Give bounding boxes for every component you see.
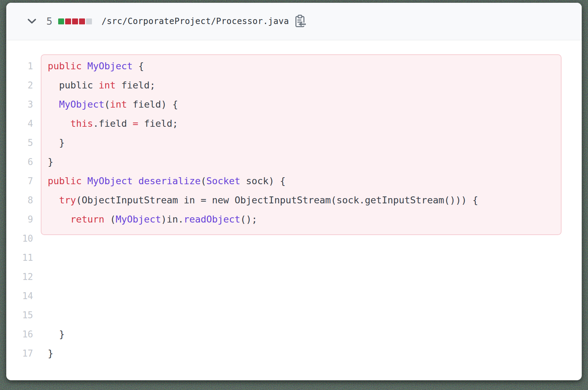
file-header: 5 /src/CorporateProject/Processor.java	[6, 3, 582, 40]
code-panel: 1public MyObject {2 public int field;3 M…	[6, 40, 582, 363]
finding-count: 5	[46, 15, 52, 27]
token-plain: field) {	[127, 99, 178, 110]
token-purple: deserialize	[138, 176, 201, 186]
token-red: try	[59, 195, 76, 205]
code-line: 16 }	[6, 325, 582, 344]
severity-square-red	[65, 18, 71, 24]
code-text: }	[33, 329, 65, 340]
code-lines: 1public MyObject {2 public int field;3 M…	[6, 40, 582, 363]
token-plain: }	[48, 156, 53, 167]
code-line: 8 try(ObjectInputStream in = new ObjectI…	[6, 190, 582, 210]
token-purple: MyObject	[87, 176, 133, 186]
code-text: public MyObject {	[33, 61, 144, 71]
code-line: 14	[6, 286, 582, 305]
code-line: 10	[6, 229, 582, 248]
token-plain: }	[48, 137, 65, 148]
token-plain: sock) {	[240, 176, 286, 186]
token-plain: field;	[116, 80, 155, 91]
code-text: try(ObjectInputStream in = new ObjectInp…	[33, 195, 478, 205]
token-plain	[133, 176, 138, 186]
token-plain	[82, 176, 87, 186]
line-number: 6	[6, 157, 33, 167]
code-line: 2 public int field;	[6, 76, 582, 95]
code-text: this.field = field;	[33, 118, 178, 129]
token-plain	[82, 61, 87, 71]
token-red: int	[110, 99, 127, 110]
token-purple: MyObject	[59, 99, 105, 110]
line-number: 17	[6, 348, 33, 359]
severity-square-green	[58, 18, 64, 24]
token-plain: field;	[138, 118, 178, 129]
token-plain: {	[133, 61, 144, 71]
token-plain: (	[201, 176, 206, 186]
severity-square-red	[79, 18, 85, 24]
line-number: 16	[6, 329, 33, 340]
code-line: 5 }	[6, 133, 582, 152]
line-number: 15	[6, 310, 33, 320]
token-purple: MyObject	[116, 214, 161, 225]
token-plain	[48, 195, 59, 205]
token-plain: .field	[93, 118, 133, 129]
code-text: MyObject(int field) {	[33, 99, 178, 110]
token-plain: public	[48, 80, 99, 91]
token-plain: }	[48, 329, 65, 340]
clipboard-paste-icon	[295, 15, 306, 28]
token-plain: (	[105, 214, 116, 225]
code-text: }	[33, 137, 65, 148]
line-number: 2	[6, 80, 33, 91]
token-red: this	[70, 118, 93, 129]
token-red: public	[48, 61, 82, 71]
code-line: 15	[6, 305, 582, 325]
severity-indicator	[58, 18, 92, 24]
code-line: 11	[6, 248, 582, 267]
code-text: public MyObject deserialize(Socket sock)…	[33, 176, 286, 186]
code-line: 6}	[6, 152, 582, 171]
code-line: 1public MyObject {	[6, 56, 582, 76]
code-text: return (MyObject)in.readObject();	[33, 214, 257, 225]
line-number: 9	[6, 214, 33, 225]
token-plain	[48, 214, 70, 225]
token-plain: ();	[240, 214, 257, 225]
code-text: }	[33, 348, 53, 359]
code-text: }	[33, 156, 53, 167]
code-text: public int field;	[33, 80, 155, 91]
copy-path-button[interactable]	[294, 14, 307, 29]
code-line: 3 MyObject(int field) {	[6, 95, 582, 114]
chevron-down-icon	[27, 18, 37, 24]
token-red: int	[99, 80, 116, 91]
token-red: public	[48, 176, 82, 186]
line-number: 11	[6, 252, 33, 263]
file-path: /src/CorporateProject/Processor.java	[101, 16, 289, 26]
token-plain: )in.	[161, 214, 184, 225]
collapse-button[interactable]	[26, 17, 38, 25]
token-plain: (ObjectInputStream in = new ObjectInputS…	[76, 195, 478, 205]
code-viewer-window: 5 /src/CorporateProject/Processor.java 1…	[6, 3, 582, 380]
token-plain	[48, 99, 59, 110]
severity-square-red	[72, 18, 78, 24]
code-line: 7public MyObject deserialize(Socket sock…	[6, 171, 582, 190]
code-line: 17}	[6, 344, 582, 363]
line-number: 12	[6, 272, 33, 282]
token-purple: Socket	[206, 176, 240, 186]
line-number: 4	[6, 118, 33, 129]
code-line: 9 return (MyObject)in.readObject();	[6, 210, 582, 229]
token-purple: MyObject	[87, 61, 133, 71]
line-number: 3	[6, 99, 33, 110]
severity-square-gray	[86, 18, 92, 24]
token-red: return	[70, 214, 105, 225]
token-plain: }	[48, 348, 53, 359]
line-number: 1	[6, 61, 33, 71]
token-plain: (	[105, 99, 110, 110]
token-red: =	[133, 118, 138, 129]
line-number: 7	[6, 176, 33, 186]
token-plain	[48, 118, 70, 129]
code-line: 4 this.field = field;	[6, 114, 582, 133]
line-number: 14	[6, 291, 33, 301]
line-number: 8	[6, 195, 33, 205]
code-line: 12	[6, 267, 582, 286]
token-purple: readObject	[184, 214, 240, 225]
line-number: 10	[6, 233, 33, 244]
line-number: 5	[6, 138, 33, 148]
